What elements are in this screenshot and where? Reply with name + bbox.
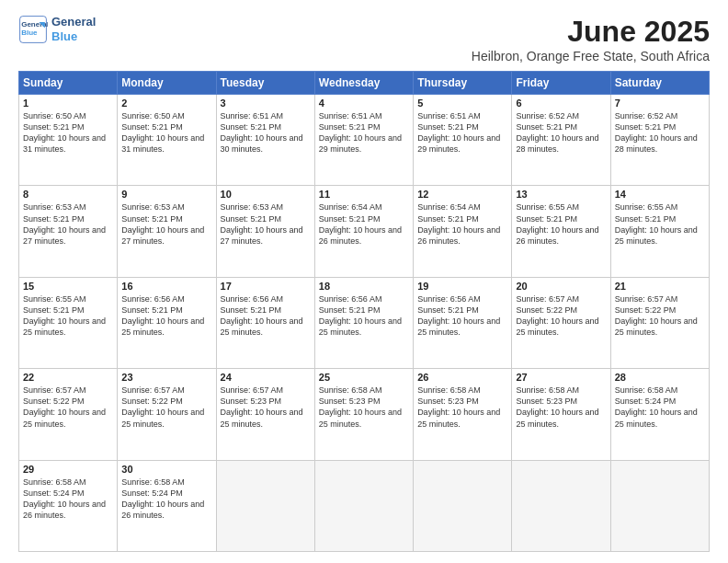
day-info-4: Sunrise: 6:51 AMSunset: 5:21 PMDaylight:… (319, 110, 409, 155)
day-info-23: Sunrise: 6:57 AMSunset: 5:22 PMDaylight:… (121, 385, 211, 430)
day-cell-6: 6 Sunrise: 6:52 AMSunset: 5:21 PMDayligh… (512, 95, 610, 186)
logo-icon: General Blue (18, 15, 48, 44)
month-title: June 2025 (472, 15, 710, 49)
day-info-2: Sunrise: 6:50 AMSunset: 5:21 PMDaylight:… (121, 110, 211, 155)
day-cell-28: 28 Sunrise: 6:58 AMSunset: 5:24 PMDaylig… (610, 369, 709, 460)
day-info-30: Sunrise: 6:58 AMSunset: 5:24 PMDaylight:… (121, 477, 211, 522)
weekday-header-row: Sunday Monday Tuesday Wednesday Thursday… (19, 72, 710, 95)
day-cell-21: 21 Sunrise: 6:57 AMSunset: 5:22 PMDaylig… (610, 277, 709, 368)
day-number-22: 22 (23, 372, 113, 383)
day-number-20: 20 (516, 281, 606, 292)
day-cell-10: 10 Sunrise: 6:53 AMSunset: 5:21 PMDaylig… (216, 186, 314, 277)
header-tuesday: Tuesday (216, 72, 314, 95)
svg-text:Blue: Blue (21, 29, 38, 37)
day-info-25: Sunrise: 6:58 AMSunset: 5:23 PMDaylight:… (319, 385, 409, 430)
header-wednesday: Wednesday (314, 72, 413, 95)
day-number-12: 12 (417, 189, 507, 200)
day-info-19: Sunrise: 6:56 AMSunset: 5:21 PMDaylight:… (417, 293, 507, 339)
day-cell-7: 7 Sunrise: 6:52 AMSunset: 5:21 PMDayligh… (610, 95, 709, 186)
day-cell-20: 20 Sunrise: 6:57 AMSunset: 5:22 PMDaylig… (512, 277, 610, 368)
day-info-3: Sunrise: 6:51 AMSunset: 5:21 PMDaylight:… (221, 110, 311, 155)
day-number-4: 4 (319, 98, 409, 109)
week-row-2: 8 Sunrise: 6:53 AMSunset: 5:21 PMDayligh… (19, 186, 710, 277)
day-number-10: 10 (221, 189, 311, 200)
header-sunday: Sunday (19, 72, 118, 95)
day-info-29: Sunrise: 6:58 AMSunset: 5:24 PMDaylight:… (23, 477, 113, 522)
day-info-6: Sunrise: 6:52 AMSunset: 5:21 PMDaylight:… (516, 110, 606, 155)
day-cell-15: 15 Sunrise: 6:55 AMSunset: 5:21 PMDaylig… (19, 277, 118, 368)
day-info-24: Sunrise: 6:57 AMSunset: 5:23 PMDaylight:… (221, 385, 311, 430)
day-number-11: 11 (319, 189, 409, 200)
day-info-12: Sunrise: 6:54 AMSunset: 5:21 PMDaylight:… (417, 201, 507, 247)
day-number-9: 9 (121, 189, 211, 200)
day-cell-11: 11 Sunrise: 6:54 AMSunset: 5:21 PMDaylig… (314, 186, 413, 277)
day-info-1: Sunrise: 6:50 AMSunset: 5:21 PMDaylight:… (23, 110, 113, 155)
week-row-3: 15 Sunrise: 6:55 AMSunset: 5:21 PMDaylig… (19, 277, 710, 368)
day-info-8: Sunrise: 6:53 AMSunset: 5:21 PMDaylight:… (23, 201, 113, 247)
day-number-30: 30 (121, 464, 211, 475)
day-number-26: 26 (417, 372, 507, 383)
header-thursday: Thursday (414, 72, 512, 95)
day-info-16: Sunrise: 6:56 AMSunset: 5:21 PMDaylight:… (121, 293, 211, 339)
day-cell-16: 16 Sunrise: 6:56 AMSunset: 5:21 PMDaylig… (118, 277, 216, 368)
day-number-5: 5 (417, 98, 507, 109)
day-number-23: 23 (121, 372, 211, 383)
week-row-5: 29 Sunrise: 6:58 AMSunset: 5:24 PMDaylig… (19, 460, 710, 551)
week-row-1: 1 Sunrise: 6:50 AMSunset: 5:21 PMDayligh… (19, 95, 710, 186)
day-cell-17: 17 Sunrise: 6:56 AMSunset: 5:21 PMDaylig… (216, 277, 314, 368)
day-info-15: Sunrise: 6:55 AMSunset: 5:21 PMDaylight:… (23, 293, 113, 339)
empty-cell (314, 460, 413, 551)
day-info-5: Sunrise: 6:51 AMSunset: 5:21 PMDaylight:… (417, 110, 507, 155)
day-info-7: Sunrise: 6:52 AMSunset: 5:21 PMDaylight:… (615, 110, 705, 155)
day-cell-4: 4 Sunrise: 6:51 AMSunset: 5:21 PMDayligh… (314, 95, 413, 186)
day-number-29: 29 (23, 464, 113, 475)
empty-cell (512, 460, 610, 551)
day-cell-29: 29 Sunrise: 6:58 AMSunset: 5:24 PMDaylig… (19, 460, 118, 551)
logo: General Blue General Blue (18, 15, 96, 44)
day-number-16: 16 (121, 281, 211, 292)
day-cell-13: 13 Sunrise: 6:55 AMSunset: 5:21 PMDaylig… (512, 186, 610, 277)
empty-cell (610, 460, 709, 551)
calendar-table: Sunday Monday Tuesday Wednesday Thursday… (18, 71, 710, 552)
day-info-11: Sunrise: 6:54 AMSunset: 5:21 PMDaylight:… (319, 201, 409, 247)
day-number-14: 14 (615, 189, 705, 200)
subtitle: Heilbron, Orange Free State, South Afric… (472, 49, 710, 63)
day-number-3: 3 (221, 98, 311, 109)
day-info-27: Sunrise: 6:58 AMSunset: 5:23 PMDaylight:… (516, 385, 606, 430)
day-cell-8: 8 Sunrise: 6:53 AMSunset: 5:21 PMDayligh… (19, 186, 118, 277)
header: General Blue General Blue June 2025 Heil… (18, 15, 710, 63)
day-number-24: 24 (221, 372, 311, 383)
day-number-13: 13 (516, 189, 606, 200)
day-cell-30: 30 Sunrise: 6:58 AMSunset: 5:24 PMDaylig… (118, 460, 216, 551)
day-number-25: 25 (319, 372, 409, 383)
day-cell-2: 2 Sunrise: 6:50 AMSunset: 5:21 PMDayligh… (118, 95, 216, 186)
empty-cell (216, 460, 314, 551)
day-number-15: 15 (23, 281, 113, 292)
day-cell-18: 18 Sunrise: 6:56 AMSunset: 5:21 PMDaylig… (314, 277, 413, 368)
day-info-9: Sunrise: 6:53 AMSunset: 5:21 PMDaylight:… (121, 201, 211, 247)
day-cell-23: 23 Sunrise: 6:57 AMSunset: 5:22 PMDaylig… (118, 369, 216, 460)
day-cell-22: 22 Sunrise: 6:57 AMSunset: 5:22 PMDaylig… (19, 369, 118, 460)
day-info-26: Sunrise: 6:58 AMSunset: 5:23 PMDaylight:… (417, 385, 507, 430)
day-info-10: Sunrise: 6:53 AMSunset: 5:21 PMDaylight:… (221, 201, 311, 247)
day-info-13: Sunrise: 6:55 AMSunset: 5:21 PMDaylight:… (516, 201, 606, 247)
day-info-18: Sunrise: 6:56 AMSunset: 5:21 PMDaylight:… (319, 293, 409, 339)
header-friday: Friday (512, 72, 610, 95)
day-info-14: Sunrise: 6:55 AMSunset: 5:21 PMDaylight:… (615, 201, 705, 247)
day-cell-19: 19 Sunrise: 6:56 AMSunset: 5:21 PMDaylig… (414, 277, 512, 368)
day-cell-9: 9 Sunrise: 6:53 AMSunset: 5:21 PMDayligh… (118, 186, 216, 277)
day-number-6: 6 (516, 98, 606, 109)
day-number-2: 2 (121, 98, 211, 109)
header-saturday: Saturday (610, 72, 709, 95)
day-info-21: Sunrise: 6:57 AMSunset: 5:22 PMDaylight:… (615, 293, 705, 339)
day-number-7: 7 (615, 98, 705, 109)
week-row-4: 22 Sunrise: 6:57 AMSunset: 5:22 PMDaylig… (19, 369, 710, 460)
day-number-18: 18 (319, 281, 409, 292)
logo-line1: General (51, 15, 96, 29)
day-info-20: Sunrise: 6:57 AMSunset: 5:22 PMDaylight:… (516, 293, 606, 339)
day-info-22: Sunrise: 6:57 AMSunset: 5:22 PMDaylight:… (23, 385, 113, 430)
day-number-21: 21 (615, 281, 705, 292)
page: General Blue General Blue June 2025 Heil… (0, 0, 728, 563)
day-cell-24: 24 Sunrise: 6:57 AMSunset: 5:23 PMDaylig… (216, 369, 314, 460)
day-cell-3: 3 Sunrise: 6:51 AMSunset: 5:21 PMDayligh… (216, 95, 314, 186)
